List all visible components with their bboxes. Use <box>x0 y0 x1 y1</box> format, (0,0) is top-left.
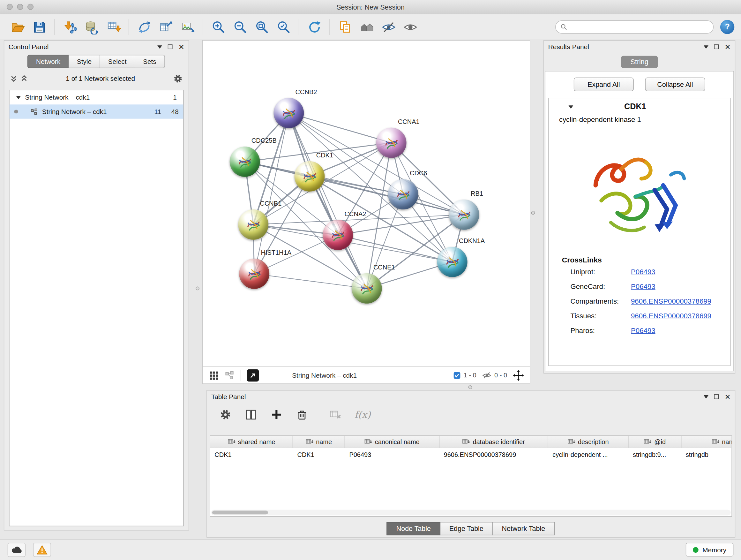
network-edge-hist1h1a-ccne1[interactable] <box>254 273 367 288</box>
column-sort-icon[interactable] <box>306 438 314 445</box>
table-cell[interactable]: stringdb <box>681 448 732 461</box>
column-header-namespace[interactable]: namespace <box>681 436 732 448</box>
collapse-all-button[interactable]: Collapse All <box>645 78 705 91</box>
expand-all-button[interactable]: Expand All <box>574 78 634 91</box>
scrollbar-thumb[interactable] <box>212 510 268 514</box>
network-overview-icon[interactable] <box>224 370 235 381</box>
home-button[interactable] <box>356 17 378 37</box>
birds-eye-view-button[interactable] <box>247 369 259 381</box>
hide-selection-button[interactable] <box>378 17 399 37</box>
column-header-id[interactable]: @id <box>629 436 682 448</box>
warnings-button[interactable] <box>33 543 51 557</box>
panel-close-button[interactable]: ✕ <box>725 44 731 51</box>
table-tab-network-table[interactable]: Network Table <box>492 522 555 535</box>
table-tab-edge-table[interactable]: Edge Table <box>440 522 493 535</box>
zoom-fit-button[interactable] <box>251 17 273 37</box>
selected-checkbox-icon[interactable] <box>453 371 461 379</box>
table-cell[interactable]: cyclin-dependent ... <box>548 448 629 461</box>
column-header-shared-name[interactable]: shared name <box>210 436 293 448</box>
hidden-eye-slash-icon[interactable] <box>482 370 491 380</box>
crosslink-link[interactable]: 9606.ENSP00000378699 <box>631 312 711 320</box>
control-panel-tab-network[interactable]: Network <box>27 55 69 68</box>
help-button[interactable]: ? <box>720 20 734 34</box>
panel-menu-icon[interactable] <box>704 45 709 48</box>
table-cell[interactable]: CDK1 <box>210 448 293 461</box>
show-columns-icon[interactable] <box>245 408 257 421</box>
protein-entry-header[interactable]: CDK1 <box>549 98 730 115</box>
column-header-description[interactable]: description <box>548 436 629 448</box>
network-node-ccna1[interactable] <box>376 128 407 158</box>
control-panel-tab-select[interactable]: Select <box>99 55 135 68</box>
network-node-hist1h1a[interactable] <box>239 259 269 289</box>
entry-collapse-icon[interactable] <box>569 105 574 109</box>
control-panel-tab-sets[interactable]: Sets <box>135 55 165 68</box>
refresh-button[interactable] <box>304 17 325 37</box>
cloud-status-button[interactable] <box>8 543 25 557</box>
network-node-rb1[interactable] <box>449 199 479 230</box>
import-network-from-database-button[interactable] <box>81 17 103 37</box>
panel-close-button[interactable]: ✕ <box>725 393 731 400</box>
network-node-ccne1[interactable] <box>352 273 382 304</box>
splitter-handle-left[interactable] <box>196 287 199 290</box>
crosslink-link[interactable]: P06493 <box>631 326 656 334</box>
export-table-button[interactable] <box>155 17 177 37</box>
panel-menu-icon[interactable] <box>158 45 162 48</box>
table-settings-gear-icon[interactable] <box>219 408 232 421</box>
network-node-ccnb2[interactable] <box>273 98 304 128</box>
network-edge-ccnb2-ccnb1[interactable] <box>253 113 289 225</box>
add-column-icon[interactable] <box>270 408 283 421</box>
crosslink-link[interactable]: P06493 <box>631 267 656 275</box>
splitter-handle-bottom[interactable] <box>468 385 472 389</box>
panel-float-button[interactable] <box>168 44 173 49</box>
zoom-in-button[interactable] <box>207 17 229 37</box>
network-node-ccnb1[interactable] <box>238 209 268 240</box>
panel-close-button[interactable]: ✕ <box>179 44 185 51</box>
pan-crosshair-icon[interactable] <box>513 369 524 381</box>
network-canvas[interactable]: CCNB2CCNA1CDC25BCDK1CDC6RB1CCNB1CCNA2CDK… <box>203 41 530 366</box>
column-sort-icon[interactable] <box>712 438 720 445</box>
results-tab-string[interactable]: String <box>621 56 658 68</box>
copy-button[interactable] <box>334 17 356 37</box>
zoom-selected-button[interactable] <box>273 17 294 37</box>
show-selection-button[interactable] <box>399 17 421 37</box>
column-sort-icon[interactable] <box>364 438 373 445</box>
tree-expander-icon[interactable] <box>16 96 21 99</box>
column-header-database-identifier[interactable]: database identifier <box>440 436 548 448</box>
delete-column-trash-icon[interactable] <box>296 408 308 421</box>
table-tab-node-table[interactable]: Node Table <box>387 522 441 535</box>
table-cell[interactable]: 9606.ENSP00000378699 <box>440 448 548 461</box>
delete-table-icon[interactable] <box>329 408 341 421</box>
crosslink-link[interactable]: P06493 <box>631 282 656 290</box>
network-node-cdkn1a[interactable] <box>437 247 468 277</box>
panel-menu-icon[interactable] <box>704 395 709 398</box>
crosslink-link[interactable]: 9606.ENSP00000378699 <box>631 297 711 305</box>
column-header-canonical-name[interactable]: canonical name <box>345 436 440 448</box>
table-row[interactable]: CDK1CDK1P064939606.ENSP00000378699cyclin… <box>210 448 731 461</box>
column-sort-icon[interactable] <box>567 438 576 445</box>
import-table-button[interactable] <box>103 17 124 37</box>
export-image-button[interactable] <box>177 17 199 37</box>
network-collection-row[interactable]: String Network – cdk1 1 <box>10 90 184 105</box>
column-sort-icon[interactable] <box>644 438 652 445</box>
table-cell[interactable]: stringdb:9... <box>629 448 682 461</box>
new-network-button[interactable] <box>133 17 155 37</box>
network-edge-ccnb2-ccna1[interactable] <box>289 113 391 143</box>
network-node-cdk1[interactable] <box>294 161 325 192</box>
network-node-cdc25b[interactable] <box>230 146 260 177</box>
import-network-button[interactable] <box>59 17 81 37</box>
column-sort-icon[interactable] <box>462 438 470 445</box>
zoom-out-button[interactable] <box>229 17 251 37</box>
open-session-button[interactable] <box>7 17 28 37</box>
network-edge-cdk1-rb1[interactable] <box>310 176 464 214</box>
network-node-cdc6[interactable] <box>388 179 418 209</box>
table-cell[interactable]: P06493 <box>345 448 440 461</box>
memory-button[interactable]: Memory <box>686 543 733 557</box>
control-panel-tab-style[interactable]: Style <box>68 55 100 68</box>
splitter-handle-right[interactable] <box>531 211 535 214</box>
column-sort-icon[interactable] <box>227 438 235 445</box>
network-edge-ccnb2-ccne1[interactable] <box>289 113 367 288</box>
grid-view-icon[interactable] <box>208 370 219 381</box>
table-cell[interactable]: CDK1 <box>293 448 345 461</box>
expand-all-tree-button[interactable] <box>10 75 17 82</box>
horizontal-scrollbar[interactable] <box>211 509 731 515</box>
